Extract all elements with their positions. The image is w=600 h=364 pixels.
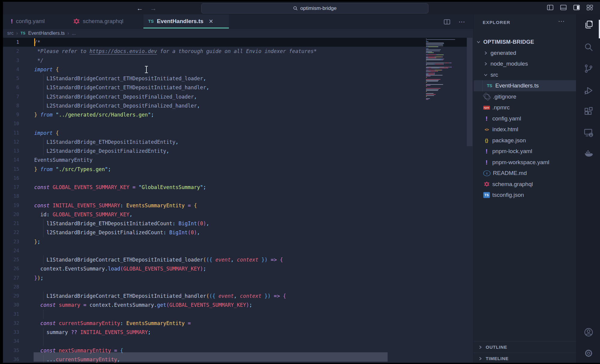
close-tab-icon[interactable]: ×	[209, 18, 213, 25]
tree-item-config-yaml[interactable]: !config.yaml	[474, 113, 576, 124]
code-line[interactable]: id: GLOBAL_EVENTS_SUMMARY_KEY,	[34, 210, 430, 219]
code-line[interactable]: import {	[34, 129, 430, 138]
chevron-right-icon[interactable]	[478, 356, 483, 361]
tab-schema-graphql[interactable]: schema.graphql	[68, 14, 128, 28]
tree-item--gitignore[interactable]: .gitignore	[474, 91, 576, 102]
code-line[interactable]: context.EventsSummary.load(GLOBAL_EVENTS…	[34, 264, 430, 273]
code-line[interactable]	[34, 174, 430, 183]
line-number: 5	[3, 74, 19, 83]
chevron-right-icon[interactable]	[483, 51, 488, 55]
explorer-icon[interactable]	[584, 20, 594, 30]
tab-config-yaml[interactable]: ! config.yaml	[6, 14, 50, 28]
tree-item-pnpm-lock-yaml[interactable]: !pnpm-lock.yaml	[474, 146, 576, 157]
code-line[interactable]: L2StandardBridgeContract_DepositFinalize…	[34, 92, 430, 101]
line-number: 13	[3, 146, 19, 155]
yaml-warning-icon: !	[483, 159, 490, 166]
tree-item-tsconfig-json[interactable]: TStsconfig.json	[474, 190, 576, 201]
line-number: 33	[3, 328, 19, 337]
code-line[interactable]: const currentSummaryEntity: EventsSummar…	[34, 319, 430, 328]
breadcrumb-file[interactable]: EventHandlers.ts	[28, 31, 65, 36]
code-line[interactable]: };	[34, 237, 430, 246]
tree-item-optimism-bridge[interactable]: OPTIMISM-BRIDGE	[474, 37, 576, 48]
breadcrumb-symbol[interactable]: ...	[72, 31, 76, 36]
tree-item-index-html[interactable]: <>index.html	[474, 124, 576, 135]
toggle-panel-left-icon[interactable]	[547, 4, 554, 11]
breadcrumb-folder[interactable]: src	[7, 31, 14, 36]
code-line[interactable]: L1StandardBridgeContract_ETHDepositIniti…	[34, 74, 430, 83]
code-line[interactable]: /*	[34, 38, 430, 47]
line-number: 15	[3, 165, 19, 174]
code-line[interactable]	[34, 246, 430, 255]
tree-item-label: EventHandlers.ts	[495, 82, 539, 89]
tree-item-eventhandlers-ts[interactable]: TSEventHandlers.ts	[474, 80, 576, 91]
remote-explorer-icon[interactable]	[584, 128, 594, 138]
tree-item-src[interactable]: src	[474, 70, 576, 81]
indent-guide	[43, 228, 44, 237]
chevron-right-icon[interactable]	[483, 61, 488, 66]
chevron-down-icon[interactable]	[483, 73, 488, 77]
horizontal-scrollbar[interactable]	[34, 352, 388, 362]
docker-icon[interactable]	[584, 148, 594, 158]
explorer-more-actions-icon[interactable]: ⋯	[558, 17, 565, 25]
tab-eventhandlers-ts[interactable]: TS EventHandlers.ts ×	[143, 14, 229, 28]
tree-item-node-modules[interactable]: node_modules	[474, 58, 576, 70]
code-line[interactable]: */	[34, 56, 430, 65]
graphql-icon	[73, 18, 80, 25]
source-control-icon[interactable]	[584, 64, 594, 74]
code-line[interactable]	[34, 192, 430, 201]
code-line[interactable]: } from "../generated/src/Handlers.gen";	[34, 110, 430, 119]
code-line[interactable]: });	[34, 274, 430, 283]
code-line[interactable]	[34, 283, 430, 291]
code-line[interactable]: L1StandardBridgeContract_ETHDepositIniti…	[34, 291, 430, 300]
tree-item-label: index.html	[492, 126, 518, 133]
toggle-panel-right-icon[interactable]	[573, 4, 580, 11]
code-line[interactable]	[34, 337, 430, 346]
command-center-search[interactable]: optimism-bridge	[201, 3, 428, 13]
code-line[interactable]: L1StandardBridge_ETHDepositInitiatedEnti…	[34, 138, 430, 146]
account-icon[interactable]	[584, 327, 594, 337]
code-line[interactable]: *Please refer to https://docs.envio.dev …	[34, 47, 430, 56]
code-line[interactable]: l1StandardBridge_ETHDepositInitiatedCoun…	[34, 219, 430, 228]
nav-forward-button[interactable]: →	[150, 4, 157, 12]
code-line[interactable]: import {	[34, 65, 430, 74]
code-line[interactable]: L1StandardBridgeContract_ETHDepositIniti…	[34, 255, 430, 264]
code-line[interactable]: summary ?? INITIAL_EVENTS_SUMMARY;	[34, 328, 430, 337]
settings-gear-icon[interactable]	[584, 348, 594, 358]
code-line[interactable]: EventsSummaryEntity	[34, 155, 430, 164]
code-line[interactable]: L2StandardBridge_DepositFinalizedEntity,	[34, 146, 430, 155]
code-content[interactable]: /* *Please refer to https://docs.envio.d…	[34, 38, 430, 364]
tree-item-readme-md[interactable]: iREADME.md	[474, 168, 576, 179]
tree-item-schema-graphql[interactable]: schema.graphql	[474, 179, 576, 190]
code-line[interactable]: } from "./src/Types.gen";	[34, 165, 430, 174]
nav-back-button[interactable]: ←	[136, 4, 143, 12]
minimap[interactable]	[426, 38, 468, 100]
run-debug-icon[interactable]	[584, 85, 594, 96]
code-line[interactable]	[34, 119, 430, 128]
code-line[interactable]: L1StandardBridgeContract_ETHDepositIniti…	[34, 83, 430, 92]
toggle-panel-bottom-icon[interactable]	[560, 4, 567, 11]
code-line[interactable]: l2StandardBridge_DepositFinalizedCount: …	[34, 228, 430, 237]
split-editor-icon[interactable]	[443, 19, 451, 25]
tree-item--npmrc[interactable]: npm.npmrc	[474, 102, 576, 113]
vertical-scrollbar[interactable]	[467, 38, 472, 146]
extensions-icon[interactable]	[584, 106, 594, 117]
code-line[interactable]: const summary = context.EventsSummary.ge…	[34, 300, 430, 309]
sidebar-panel-timeline[interactable]: TIMELINE	[474, 353, 576, 364]
tree-item-package-json[interactable]: {}package.json	[474, 135, 576, 146]
tree-item-pnpm-workspace-yaml[interactable]: !pnpm-workspace.yaml	[474, 157, 576, 168]
breadcrumb[interactable]: src › TS EventHandlers.ts › ...	[3, 29, 473, 37]
code-line[interactable]: const INITIAL_EVENTS_SUMMARY: EventsSumm…	[34, 201, 430, 210]
editor-more-actions-icon[interactable]: ⋯	[458, 18, 466, 26]
code-editor[interactable]: 1234567891011121314151617181920212223242…	[3, 37, 473, 364]
code-line[interactable]: L2StandardBridgeContract_DepositFinalize…	[34, 101, 430, 110]
code-line[interactable]: const GLOBAL_EVENTS_SUMMARY_KEY = "Globa…	[34, 183, 430, 192]
line-number: 9	[3, 110, 19, 119]
code-line[interactable]	[34, 310, 430, 319]
sidebar-panel-outline[interactable]: OUTLINE	[474, 341, 576, 353]
chevron-down-icon[interactable]	[476, 40, 481, 44]
customize-layout-icon[interactable]	[586, 4, 593, 11]
chevron-right-icon[interactable]	[478, 345, 483, 350]
panel-label: TIMELINE	[486, 356, 508, 361]
tree-item-generated[interactable]: generated	[474, 48, 576, 59]
search-icon[interactable]	[584, 42, 594, 52]
